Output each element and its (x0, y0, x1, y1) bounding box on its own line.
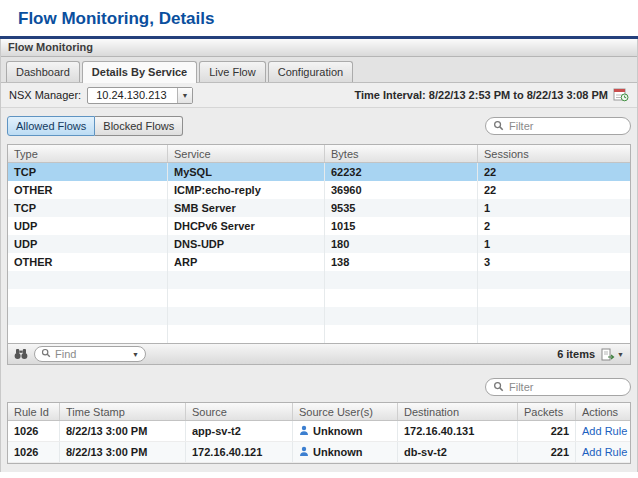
cell-destination: 172.16.40.131 (398, 421, 518, 441)
find-box[interactable]: ▼ (34, 346, 146, 362)
cell-source-user: Unknown (293, 442, 398, 462)
cell-source-user: Unknown (293, 421, 398, 441)
cell-packets: 221 (518, 442, 576, 462)
chevron-down-icon[interactable]: ▼ (177, 88, 193, 103)
cell-service: ARP (168, 253, 325, 271)
column-header-type[interactable]: Type (8, 145, 168, 162)
rules-section: Rule Id Time Stamp Source Source User(s)… (1, 396, 637, 464)
flows-section: Allowed Flows Blocked Flows Type Service… (1, 108, 637, 365)
cell-service: MySQL (168, 163, 325, 181)
tab-dashboard[interactable]: Dashboard (6, 61, 80, 82)
tab-configuration[interactable]: Configuration (268, 61, 353, 82)
flows-table-footer: ▼ 6 items ▼ (7, 344, 631, 365)
table-row[interactable]: OTHER ARP 138 3 (8, 253, 630, 271)
search-icon (493, 120, 504, 133)
rules-filter-box[interactable] (485, 378, 631, 396)
column-header-bytes[interactable]: Bytes (325, 145, 478, 162)
flows-table-header: Type Service Bytes Sessions (8, 145, 630, 163)
search-icon (41, 348, 51, 360)
flows-filter-input[interactable] (509, 120, 623, 132)
export-icon[interactable]: ▼ (601, 348, 624, 361)
column-header-actions[interactable]: Actions (576, 403, 630, 420)
blocked-flows-button[interactable]: Blocked Flows (95, 116, 183, 136)
cell-source: app-sv-t2 (186, 421, 293, 441)
flow-toggle-row: Allowed Flows Blocked Flows (7, 116, 631, 136)
column-header-sessions[interactable]: Sessions (478, 145, 630, 162)
page: Flow Monitoring, Details Flow Monitoring… (0, 0, 638, 472)
cell-packets: 221 (518, 421, 576, 441)
column-header-time-stamp[interactable]: Time Stamp (60, 403, 186, 420)
cell-rule-id: 1026 (8, 421, 60, 441)
table-row[interactable]: OTHER ICMP:echo-reply 36960 22 (8, 181, 630, 199)
rules-filter-row (1, 378, 637, 396)
rules-table-header: Rule Id Time Stamp Source Source User(s)… (8, 403, 630, 421)
empty-row (8, 307, 630, 325)
page-title: Flow Monitoring, Details (0, 0, 638, 36)
panel-header: Flow Monitoring (1, 39, 637, 57)
cell-sessions: 1 (478, 199, 630, 217)
cell-type: OTHER (8, 253, 168, 271)
user-icon (299, 425, 309, 438)
flow-monitoring-panel: Flow Monitoring Dashboard Details By Ser… (0, 39, 638, 472)
empty-row (8, 289, 630, 307)
allowed-flows-button[interactable]: Allowed Flows (7, 116, 95, 136)
time-interval-edit-icon[interactable] (613, 87, 629, 104)
cell-time-stamp: 8/22/13 3:00 PM (60, 421, 186, 441)
tab-details-by-service[interactable]: Details By Service (82, 61, 197, 83)
table-row[interactable]: UDP DNS-UDP 180 1 (8, 235, 630, 253)
cell-sessions: 2 (478, 217, 630, 235)
table-row[interactable]: TCP SMB Server 9535 1 (8, 199, 630, 217)
binoculars-icon[interactable] (14, 348, 28, 360)
column-header-packets[interactable]: Packets (518, 403, 576, 420)
empty-row (8, 271, 630, 289)
chevron-down-icon[interactable]: ▼ (132, 351, 139, 358)
rules-table: Rule Id Time Stamp Source Source User(s)… (7, 402, 631, 464)
flow-type-segmented-control: Allowed Flows Blocked Flows (7, 116, 183, 136)
column-header-service[interactable]: Service (168, 145, 325, 162)
cell-bytes: 62232 (325, 163, 478, 181)
add-rule-link[interactable]: Add Rule (582, 446, 627, 458)
cell-bytes: 1015 (325, 217, 478, 235)
cell-bytes: 180 (325, 235, 478, 253)
tab-live-flow[interactable]: Live Flow (199, 61, 265, 82)
nsx-manager-dropdown[interactable]: 10.24.130.213 ▼ (87, 87, 193, 104)
cell-actions: Add Rule (576, 421, 630, 441)
cell-service: DNS-UDP (168, 235, 325, 253)
cell-bytes: 36960 (325, 181, 478, 199)
flows-table: Type Service Bytes Sessions TCP MySQL 62… (7, 144, 631, 344)
table-row[interactable]: TCP MySQL 62232 22 (8, 163, 630, 181)
find-input[interactable] (55, 348, 128, 360)
column-header-rule-id[interactable]: Rule Id (8, 403, 60, 420)
cell-sessions: 1 (478, 235, 630, 253)
user-icon (299, 446, 309, 459)
add-rule-link[interactable]: Add Rule (582, 425, 627, 437)
column-header-source[interactable]: Source (186, 403, 293, 420)
table-row[interactable]: 1026 8/22/13 3:00 PM 172.16.40.121 Unkno… (8, 442, 630, 463)
section-gap (1, 365, 637, 378)
rules-table-body: 1026 8/22/13 3:00 PM app-sv-t2 Unknown 1… (8, 421, 630, 463)
cell-rule-id: 1026 (8, 442, 60, 462)
tab-bar: Dashboard Details By Service Live Flow C… (1, 57, 637, 83)
search-icon (493, 381, 504, 394)
nsx-manager-row: NSX Manager: 10.24.130.213 ▼ Time Interv… (1, 83, 637, 108)
rules-filter-input[interactable] (509, 381, 623, 393)
items-count: 6 items (557, 348, 595, 360)
column-header-destination[interactable]: Destination (398, 403, 518, 420)
cell-type: OTHER (8, 181, 168, 199)
cell-type: TCP (8, 199, 168, 217)
empty-row (8, 325, 630, 343)
flows-filter-box[interactable] (485, 117, 631, 135)
chevron-down-icon[interactable]: ▼ (617, 351, 624, 358)
cell-type: UDP (8, 235, 168, 253)
cell-type: TCP (8, 163, 168, 181)
cell-actions: Add Rule (576, 442, 630, 462)
column-header-source-users[interactable]: Source User(s) (293, 403, 398, 420)
cell-destination: db-sv-t2 (398, 442, 518, 462)
cell-sessions: 3 (478, 253, 630, 271)
table-row[interactable]: 1026 8/22/13 3:00 PM app-sv-t2 Unknown 1… (8, 421, 630, 442)
table-row[interactable]: UDP DHCPv6 Server 1015 2 (8, 217, 630, 235)
cell-sessions: 22 (478, 181, 630, 199)
cell-sessions: 22 (478, 163, 630, 181)
cell-service: DHCPv6 Server (168, 217, 325, 235)
time-interval-label: Time Interval: 8/22/13 2:53 PM to 8/22/1… (354, 89, 608, 101)
